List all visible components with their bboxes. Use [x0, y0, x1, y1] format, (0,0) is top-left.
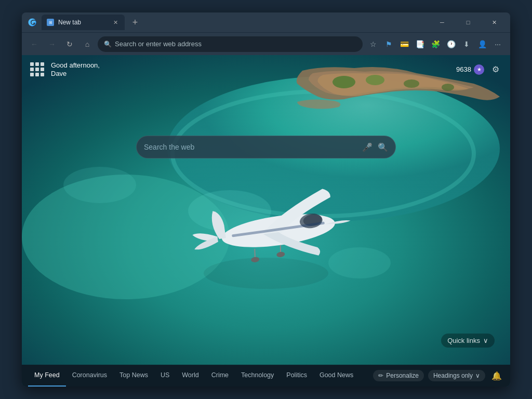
quick-links-label: Quick links — [447, 337, 480, 344]
news-tab-technology[interactable]: Technology — [235, 365, 280, 387]
apps-row-3 — [30, 73, 45, 76]
apps-dot — [30, 73, 34, 76]
greeting-line1: Good afternoon, — [51, 61, 100, 70]
apps-dot — [41, 62, 44, 66]
pencil-icon: ✏ — [378, 372, 383, 379]
favorites-bar-icon[interactable]: 📑 — [413, 37, 427, 51]
maximize-button[interactable]: □ — [456, 15, 480, 30]
background-scene — [22, 55, 510, 387]
back-button[interactable]: ← — [27, 37, 42, 51]
new-tab-button[interactable]: + — [128, 15, 142, 30]
search-input[interactable]: Search the web — [144, 143, 357, 151]
address-input-wrapper[interactable]: 🔍 Search or enter web address — [98, 36, 363, 52]
window-controls: ─ □ ✕ — [430, 15, 506, 30]
apps-grid-button[interactable] — [30, 62, 45, 77]
tab-close-button[interactable]: ✕ — [111, 18, 119, 26]
more-button[interactable]: ··· — [490, 37, 505, 51]
svg-point-10 — [442, 84, 454, 91]
news-tab-top-news[interactable]: Top News — [113, 365, 154, 387]
top-right-area: 9638 ★ ⚙ — [456, 63, 502, 76]
minimize-button[interactable]: ─ — [430, 15, 454, 30]
news-tab-world[interactable]: World — [176, 365, 205, 387]
rewards-count: 9638 — [456, 65, 471, 73]
news-bar: My Feed Coronavirus Top News US World Cr… — [22, 365, 510, 387]
personalize-button[interactable]: ✏ Personalize — [373, 370, 424, 381]
tab-favicon: ⊞ — [47, 19, 54, 26]
forward-button[interactable]: → — [45, 37, 59, 51]
browser-window: ⊞ New tab ✕ + ─ □ ✕ ← → ↻ ⌂ 🔍 Search or … — [22, 12, 510, 387]
headings-only-button[interactable]: Headings only ∨ — [428, 370, 485, 381]
extensions-icon[interactable]: 🧩 — [428, 37, 443, 51]
profile-icon[interactable]: 👤 — [475, 37, 489, 51]
address-search-icon: 🔍 — [104, 41, 112, 48]
search-box[interactable]: Search the web 🎤 🔍 — [136, 136, 396, 158]
rewards-icon: ★ — [474, 64, 484, 75]
title-bar-left: ⊞ New tab ✕ + — [26, 15, 430, 30]
quick-links-button[interactable]: Quick links ∨ — [441, 334, 495, 348]
apps-dot — [35, 62, 39, 66]
news-tab-politics[interactable]: Politics — [280, 365, 313, 387]
history-icon[interactable]: 🕐 — [444, 37, 458, 51]
notifications-bell[interactable]: 🔔 — [489, 368, 504, 383]
search-button-icon[interactable]: 🔍 — [378, 142, 388, 152]
news-tab-good-news[interactable]: Good News — [313, 365, 360, 387]
apps-dot — [41, 73, 44, 76]
news-bar-right: ✏ Personalize Headings only ∨ 🔔 — [373, 368, 504, 383]
downloads-icon[interactable]: ⬇ — [459, 37, 474, 51]
home-button[interactable]: ⌂ — [80, 37, 95, 51]
search-area: Search the web 🎤 🔍 — [136, 136, 396, 158]
tab-label: New tab — [58, 19, 81, 26]
apps-dot — [41, 68, 44, 71]
greeting-line2: Dave — [51, 70, 100, 77]
apps-row-1 — [30, 62, 45, 66]
refresh-button[interactable]: ↻ — [62, 37, 77, 51]
news-tab-crime[interactable]: Crime — [205, 365, 235, 387]
news-tab-coronavirus[interactable]: Coronavirus — [66, 365, 113, 387]
settings-button[interactable]: ⚙ — [489, 63, 502, 76]
wallet-icon[interactable]: 💳 — [397, 37, 411, 51]
svg-point-5 — [328, 247, 391, 278]
background-svg — [22, 55, 510, 366]
microphone-icon[interactable]: 🎤 — [362, 142, 373, 152]
headings-only-label: Headings only — [433, 372, 473, 379]
new-tab-content: Good afternoon, Dave 9638 ★ ⚙ Search the… — [22, 55, 510, 387]
collections-icon[interactable]: ⚑ — [381, 37, 396, 51]
news-tab-my-feed[interactable]: My Feed — [28, 365, 66, 387]
headings-chevron: ∨ — [475, 372, 480, 379]
address-bar: ← → ↻ ⌂ 🔍 Search or enter web address ☆ … — [22, 32, 510, 55]
quick-links-chevron: ∨ — [483, 337, 488, 344]
close-button[interactable]: ✕ — [482, 15, 506, 30]
favorites-icon[interactable]: ☆ — [366, 37, 380, 51]
news-tab-us[interactable]: US — [154, 365, 176, 387]
edge-logo — [26, 16, 38, 29]
svg-point-11 — [204, 258, 328, 289]
title-bar: ⊞ New tab ✕ + ─ □ ✕ — [22, 12, 510, 32]
rewards-badge[interactable]: 9638 ★ — [456, 64, 484, 75]
apps-dot — [35, 68, 39, 71]
active-tab[interactable]: ⊞ New tab ✕ — [42, 15, 125, 30]
apps-dot — [30, 62, 34, 66]
toolbar-icons: ☆ ⚑ 💳 📑 🧩 🕐 ⬇ 👤 ··· — [366, 37, 505, 51]
newtab-topbar: Good afternoon, Dave 9638 ★ ⚙ — [22, 55, 510, 84]
personalize-label: Personalize — [386, 372, 419, 379]
svg-point-6 — [63, 167, 136, 203]
address-input[interactable]: Search or enter web address — [115, 40, 356, 48]
apps-row-2 — [30, 68, 45, 71]
apps-dot — [30, 68, 34, 71]
greeting: Good afternoon, Dave — [51, 61, 100, 78]
apps-dot — [35, 73, 39, 76]
